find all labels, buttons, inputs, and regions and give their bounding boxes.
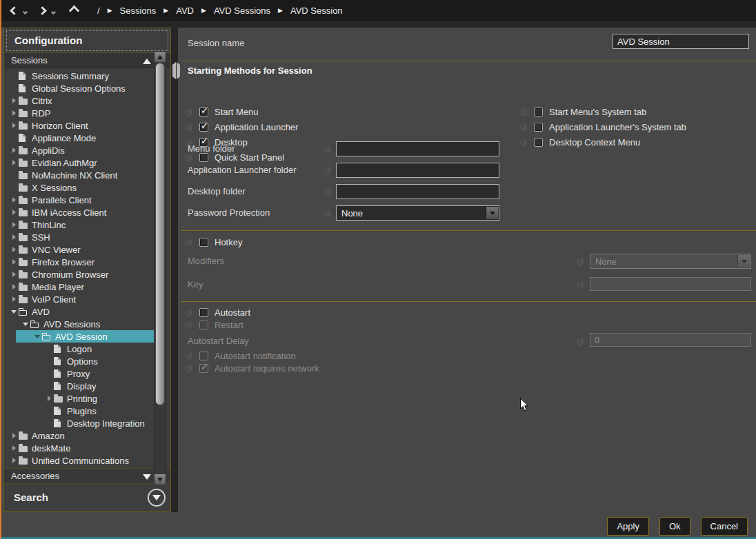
tree-item[interactable]: AVD (5, 305, 165, 318)
revert-icon[interactable]: ↺ (321, 165, 332, 176)
expander-icon[interactable] (12, 123, 16, 128)
breadcrumb-root[interactable]: / (97, 6, 100, 16)
desktop-folder-input[interactable] (336, 184, 499, 199)
apply-button[interactable]: Apply (607, 517, 649, 536)
tree-item[interactable]: Unified Communications (5, 454, 165, 467)
breadcrumb-item[interactable]: AVD (176, 6, 194, 16)
revert-icon[interactable]: ↺ (321, 143, 332, 154)
breadcrumb-item[interactable]: AVD Session (290, 6, 343, 16)
tree-item[interactable]: Desktop Integration (5, 417, 165, 429)
expander-icon[interactable] (12, 148, 16, 153)
tree-item[interactable]: Parallels Client (5, 194, 165, 206)
expander-icon[interactable] (12, 458, 16, 463)
revert-icon[interactable]: ↺ (517, 121, 528, 132)
scroll-thumb[interactable] (155, 63, 165, 405)
tree-item[interactable]: Horizon Client (5, 119, 165, 132)
tree-item[interactable]: Evidian AuthMgr (5, 156, 165, 169)
tree-item[interactable]: Proxy (5, 367, 165, 380)
tree-item[interactable]: ThinLinc (5, 218, 165, 231)
breadcrumb-item[interactable]: AVD Sessions (214, 6, 270, 16)
revert-icon[interactable]: ↺ (183, 121, 193, 132)
expander-icon[interactable] (12, 284, 16, 289)
expander-icon[interactable] (11, 310, 17, 314)
tree-item[interactable]: AppliDis (5, 144, 165, 156)
modifiers-dropdown: None (590, 254, 751, 269)
tree-item[interactable]: X Sessions (5, 181, 165, 194)
revert-icon[interactable]: ↺ (183, 106, 193, 117)
tree-item[interactable]: Firefox Browser (5, 256, 165, 268)
tree-item[interactable]: VNC Viewer (5, 243, 165, 256)
tree-item[interactable]: AVD Sessions (5, 318, 165, 330)
tree-item[interactable]: NoMachine NX Client (5, 169, 165, 181)
scroll-down-button[interactable] (155, 474, 166, 485)
expander-icon[interactable] (12, 259, 16, 265)
tree-item[interactable]: Amazon (5, 429, 165, 442)
expander-icon[interactable] (12, 210, 16, 215)
tree-item[interactable]: SSH (5, 231, 165, 243)
tree-item[interactable]: Media Player (5, 281, 165, 293)
tree-item[interactable]: Sessions Summary (5, 70, 165, 82)
checkbox[interactable]: ✓ (534, 108, 543, 116)
revert-icon[interactable]: ↺ (321, 186, 332, 197)
expander-icon[interactable] (48, 396, 51, 401)
expander-icon[interactable] (12, 247, 16, 252)
tree-item[interactable]: deskMate (5, 442, 165, 454)
forward-history-dropdown-icon[interactable] (51, 9, 56, 14)
accessories-section-header[interactable]: Accessories (4, 468, 170, 484)
up-icon[interactable] (69, 5, 80, 16)
cancel-button[interactable]: Cancel (701, 517, 748, 536)
tree-item[interactable]: Citrix (5, 94, 165, 107)
pane-splitter[interactable] (172, 65, 178, 81)
tree-item[interactable]: VoIP Client (5, 293, 165, 305)
back-history-dropdown-icon[interactable] (23, 9, 28, 14)
breadcrumb-item[interactable]: Sessions (120, 6, 157, 16)
tree-item[interactable]: Appliance Mode (5, 132, 165, 144)
expander-icon[interactable] (12, 160, 16, 165)
tree-item[interactable]: AVD Session (16, 330, 165, 343)
dropdown-arrow-icon[interactable] (486, 207, 498, 219)
autostart-notification-checkbox-row: ↺ ✓ Autostart notification (183, 349, 296, 362)
password-protection-dropdown[interactable]: None (336, 205, 499, 221)
tree-item[interactable]: Printing (5, 392, 165, 405)
revert-icon[interactable]: ↺ (183, 236, 193, 247)
expander-icon[interactable] (12, 222, 16, 227)
expander-icon[interactable] (34, 335, 40, 338)
tree-scrollbar[interactable] (154, 51, 166, 485)
session-name-input[interactable] (613, 34, 749, 49)
revert-icon[interactable]: ↺ (517, 106, 528, 117)
autostart-checkbox[interactable]: ✓ (199, 308, 208, 317)
expander-icon[interactable] (12, 98, 16, 103)
expander-icon[interactable] (12, 296, 16, 302)
application-launcher-folder-input[interactable] (336, 163, 499, 178)
folder-icon (19, 223, 28, 229)
checkbox[interactable]: ✓ (199, 123, 208, 132)
expander-icon[interactable] (12, 110, 16, 116)
tree-item[interactable]: IBM iAccess Client (5, 206, 165, 218)
checkbox[interactable]: ✓ (199, 108, 208, 116)
tree-item[interactable]: RDP (5, 107, 165, 119)
checkbox-row: ↺ ✓ Start Menu's System tab (517, 105, 686, 118)
expander-icon[interactable] (23, 323, 28, 326)
forward-icon[interactable] (38, 6, 47, 15)
revert-icon[interactable]: ↺ (183, 307, 193, 318)
expander-icon[interactable] (12, 197, 16, 203)
menu-folder-input[interactable] (336, 141, 499, 156)
tree-item[interactable]: Display (5, 380, 165, 392)
tree-item[interactable]: Options (5, 355, 165, 367)
back-icon[interactable] (10, 6, 19, 15)
expander-icon[interactable] (12, 272, 16, 277)
hotkey-checkbox[interactable]: ✓ (199, 238, 208, 247)
expander-icon[interactable] (12, 445, 16, 451)
tree-item[interactable]: Plugins (5, 405, 165, 417)
scroll-up-button[interactable] (155, 52, 166, 62)
search-toggle-button[interactable] (148, 489, 166, 507)
ok-button[interactable]: Ok (659, 517, 690, 536)
revert-icon[interactable]: ↺ (321, 207, 332, 218)
tree-item[interactable]: Logon (5, 343, 165, 355)
sessions-section-header[interactable]: Sessions (4, 52, 170, 68)
tree-item[interactable]: Global Session Options (5, 82, 165, 94)
checkbox[interactable]: ✓ (534, 123, 543, 132)
expander-icon[interactable] (12, 234, 16, 240)
expander-icon[interactable] (12, 433, 16, 438)
tree-item[interactable]: Chromium Browser (5, 268, 165, 281)
